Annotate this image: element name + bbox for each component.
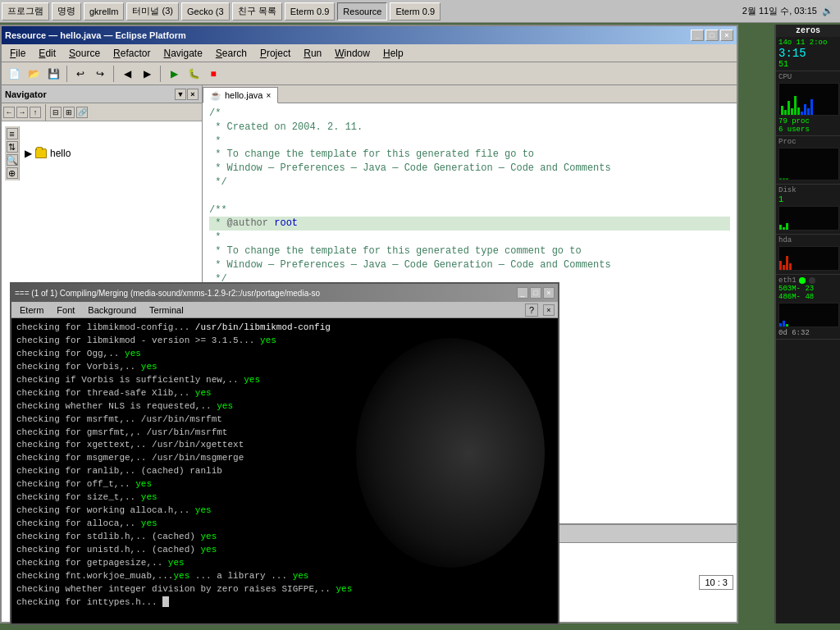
gkrellm-led-rx xyxy=(799,277,806,284)
gkrellm-cpu-panel: CPU 79 proc 6 users xyxy=(776,71,840,136)
nav-back-btn[interactable]: ← xyxy=(3,107,15,118)
taskbar-item-program[interactable]: 프로그램 xyxy=(2,2,49,21)
nav-up-btn[interactable]: ↑ xyxy=(30,107,41,118)
toolbar-save-btn[interactable]: 💾 xyxy=(44,65,62,83)
gkrellm-clock-panel: 14o 11 2:oo 3:15 51 xyxy=(776,37,840,71)
nav-icon-4[interactable]: ⊕ xyxy=(7,167,18,179)
taskbar-item-resource[interactable]: Resource xyxy=(337,2,387,21)
gkrellm-disk-chart xyxy=(778,206,839,231)
gkrellm-hda-chart xyxy=(778,246,839,271)
eclipse-close-btn[interactable]: × xyxy=(720,30,733,41)
taskbar-item-terminal[interactable]: 터미널 (3) xyxy=(126,2,179,21)
taskbar-clock: 2월 11일 수, 03:15 🔊 xyxy=(737,3,838,19)
taskbar-item-gkrellm[interactable]: gkrellm xyxy=(84,2,124,21)
taskbar-item-gecko[interactable]: Gecko (3 xyxy=(181,2,230,21)
tab-close-btn[interactable]: × xyxy=(266,91,271,100)
navigator-close-btn[interactable]: × xyxy=(187,89,199,100)
nav-filter-btn[interactable]: ⊞ xyxy=(63,107,75,118)
terminal-title-text: === (1 of 1) Compiling/Merging (media-so… xyxy=(15,289,515,298)
coord-value: 10 : 3 xyxy=(705,578,728,587)
gkrellm-proc-panel: Proc xyxy=(776,136,840,185)
taskbar-item-eterm2[interactable]: Eterm 0.9 xyxy=(390,2,441,21)
menu-search[interactable]: Search xyxy=(209,45,253,62)
menu-file[interactable]: File xyxy=(3,45,32,62)
eclipse-menubar: File Edit Source Refactor Navigate Searc… xyxy=(2,44,737,62)
menu-navigate[interactable]: Navigate xyxy=(157,45,208,62)
terminal-maximize-btn[interactable]: □ xyxy=(530,287,541,299)
taskbar-command-label: 명령 xyxy=(57,5,75,17)
code-line-12: * Window — Preferences — Java — Code Gen… xyxy=(209,258,730,272)
nav-icon-2[interactable]: ⇅ xyxy=(7,141,18,153)
nav-link-btn[interactable]: 🔗 xyxy=(76,107,88,118)
terminal-cursor xyxy=(162,596,169,607)
taskbar-item-friends[interactable]: 친구 목록 xyxy=(232,2,282,21)
terminal-menu-terminal[interactable]: Terminal xyxy=(144,304,189,316)
toolbar-run-btn[interactable]: ▶ xyxy=(165,65,183,83)
menu-project[interactable]: Project xyxy=(253,45,297,62)
gkrellm-title: zeros xyxy=(776,25,840,37)
gkrellm-hda-label: hda xyxy=(778,236,838,244)
toolbar-open-btn[interactable]: 📂 xyxy=(25,65,43,83)
editor-tab-hello[interactable]: ☕ hello.java × xyxy=(203,87,278,103)
nav-fwd-btn[interactable]: → xyxy=(16,107,28,118)
menu-window[interactable]: Window xyxy=(328,45,377,62)
gkrellm-clock-sub: 51 xyxy=(778,60,838,69)
eclipse-maximize-btn[interactable]: □ xyxy=(705,30,719,41)
taskbar-gkrellm-label: gkrellm xyxy=(89,7,118,16)
code-line-1: /* xyxy=(209,107,730,121)
term-line-18: checking for unistd.h,.. (cached) yes xyxy=(16,544,553,557)
navigator-toolbar: ← → ↑ ⊟ ⊞ 🔗 xyxy=(2,103,202,121)
toolbar-undo-btn[interactable]: ↩ xyxy=(71,65,89,83)
terminal-menu-eterm[interactable]: Eterm xyxy=(15,304,48,316)
code-line-5: * Window — Preferences — Java — Code Gen… xyxy=(209,162,730,176)
toolbar-back-btn[interactable]: ◀ xyxy=(118,65,136,83)
taskbar-item-eterm1[interactable]: Eterm 0.9 xyxy=(285,2,336,21)
nav-collapse-btn[interactable]: ⊟ xyxy=(50,107,62,118)
gkrellm-cpu-value: 79 proc 6 users xyxy=(778,117,838,134)
code-line-10: * xyxy=(209,231,730,244)
gkrellm-eth-chart xyxy=(778,303,839,327)
menu-run[interactable]: Run xyxy=(297,45,328,62)
term-line-8: checking for msrfmt,.. /usr/bin/msrfmt xyxy=(16,413,553,427)
terminal-content[interactable]: checking for libmikmod-config... /usr/bi… xyxy=(11,318,558,623)
toolbar-new-btn[interactable]: 📄 xyxy=(5,65,23,83)
terminal-close-btn[interactable]: × xyxy=(543,287,555,299)
menu-help[interactable]: Help xyxy=(377,45,410,62)
navigator-menu-btn[interactable]: ▼ xyxy=(175,89,186,100)
taskbar-resource-label: Resource xyxy=(343,7,381,16)
nav-tree-hello[interactable]: ▶ hello xyxy=(23,147,199,160)
volume-icon[interactable]: 🔊 xyxy=(822,6,833,16)
taskbar-item-command[interactable]: 명령 xyxy=(52,2,81,21)
term-line-14: checking for size_t,.. yes xyxy=(16,491,553,504)
gkrellm-disk-value: 1 xyxy=(778,195,838,204)
toolbar-debug-btn[interactable]: 🐛 xyxy=(185,65,203,83)
code-line-9: * @author root xyxy=(209,217,730,231)
term-line-20: checking fnt.workjoe_muab,...yes ... a l… xyxy=(16,570,553,583)
term-line-22: checking for inttypes.h... xyxy=(16,596,553,609)
term-line-3: checking for Ogg,.. yes xyxy=(16,348,553,361)
terminal-minimize-btn[interactable]: _ xyxy=(517,287,528,299)
taskbar-gecko-label: Gecko (3 xyxy=(187,7,224,16)
tab-label: hello.java xyxy=(225,90,262,100)
code-line-8: /** xyxy=(209,203,730,217)
term-line-1: checking for libmikmod-config... /usr/bi… xyxy=(16,322,553,335)
term-line-11: checking for msgmerge,.. /usr/bin/msgmer… xyxy=(16,452,553,465)
menu-source[interactable]: Source xyxy=(62,45,107,62)
toolbar-stop-btn[interactable]: ■ xyxy=(204,65,222,83)
terminal-menu-font[interactable]: Font xyxy=(52,304,80,316)
nav-icon-1[interactable]: ≡ xyxy=(7,128,18,139)
navigator-icons: ≡ ⇅ 🔍 ⊕ xyxy=(5,126,20,180)
toolbar-redo-btn[interactable]: ↪ xyxy=(91,65,109,83)
toolbar-fwd-btn[interactable]: ▶ xyxy=(138,65,156,83)
gkrellm-widget: zeros 14o 11 2:oo 3:15 51 CPU 79 proc 6 … xyxy=(774,25,840,623)
terminal-menu-background[interactable]: Background xyxy=(83,304,141,316)
nav-icon-3[interactable]: 🔍 xyxy=(7,154,18,166)
eclipse-minimize-btn[interactable]: _ xyxy=(691,30,704,41)
terminal-help-btn[interactable]: ? xyxy=(525,304,538,317)
gkrellm-cpu-label: CPU xyxy=(778,73,838,81)
menu-edit[interactable]: Edit xyxy=(32,45,62,62)
eclipse-titlebar: Resource — hello.java — Eclipse Platform… xyxy=(2,26,737,44)
navigator-header-btns: ▼ × xyxy=(175,89,199,100)
terminal-inner-close-btn[interactable]: × xyxy=(543,304,555,316)
menu-refactor[interactable]: Refactor xyxy=(107,45,157,62)
